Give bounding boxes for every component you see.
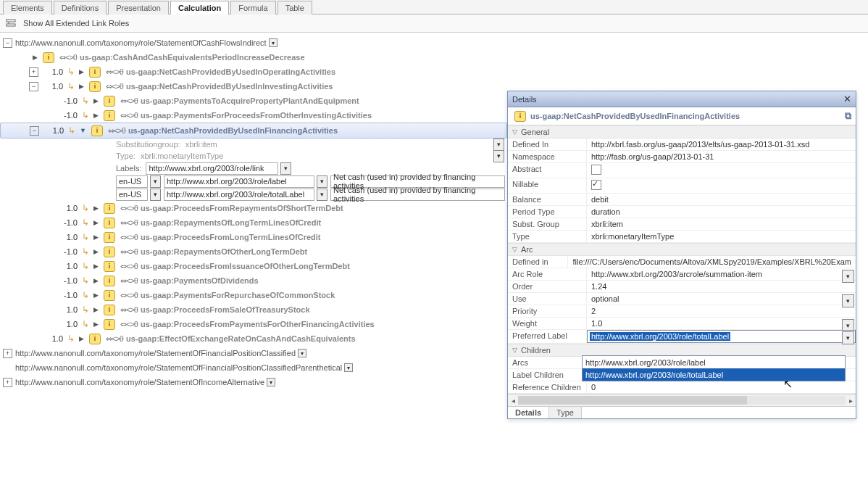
info-icon[interactable]: i: [89, 334, 101, 344]
expand-icon[interactable]: +: [29, 67, 38, 77]
panel-titlebar[interactable]: Details ✕: [508, 91, 856, 107]
info-icon[interactable]: i: [89, 67, 101, 78]
scroll-left-icon[interactable]: ◂: [508, 397, 518, 405]
tree-row[interactable]: 1.0↳▶i⇔<>θus-gaap:ProceedsFromLongTermLi…: [0, 230, 507, 244]
lang-input[interactable]: en-US: [116, 189, 148, 201]
collapse-icon[interactable]: −: [3, 38, 12, 48]
show-all-roles-button[interactable]: Show All Extended Link Roles: [23, 19, 129, 28]
expand-icon[interactable]: ▶: [93, 306, 99, 313]
tree-row[interactable]: -1.0 ↳ ▶ i ⇔<>θ us-gaap:PaymentsForProce…: [0, 108, 507, 123]
scroll-thumb[interactable]: [518, 396, 747, 405]
prop-value[interactable]: 1.0▾: [587, 318, 856, 329]
info-icon[interactable]: i: [104, 305, 115, 315]
dropdown-icon[interactable]: ▾: [317, 189, 327, 201]
tree-row[interactable]: -1.0↳▶i⇔<>θus-gaap:PaymentsOfDividends: [0, 273, 507, 288]
info-icon[interactable]: i: [91, 125, 103, 136]
expand-icon[interactable]: ▶: [93, 320, 99, 328]
info-icon[interactable]: i: [104, 247, 115, 257]
dropdown-option[interactable]: http://www.xbrl.org/2003/role/label: [583, 356, 845, 368]
scroll-right-icon[interactable]: ▸: [846, 397, 856, 405]
dropdown-icon[interactable]: ▾: [317, 175, 327, 188]
tree-row[interactable]: ▶ i ⇔<>θ us-gaap:CashAndCashEquivalentsP…: [0, 50, 507, 65]
expand-icon[interactable]: ▶: [79, 335, 84, 342]
dropdown-option-highlighted[interactable]: http://www.xbrl.org/2003/role/totalLabel: [583, 368, 845, 381]
lang-input[interactable]: en-US: [116, 175, 148, 188]
prop-value[interactable]: xbrli:item: [587, 218, 856, 230]
expand-icon[interactable]: +: [3, 349, 12, 358]
info-icon[interactable]: i: [104, 218, 115, 228]
prop-value[interactable]: [587, 178, 856, 193]
labels-uri-input[interactable]: http://www.xbrl.org/2003/role/link: [146, 162, 278, 175]
dropdown-icon[interactable]: ▾: [298, 349, 306, 357]
expand-icon[interactable]: ▶: [93, 262, 99, 270]
section-general[interactable]: ▽General: [508, 125, 856, 138]
dropdown-icon[interactable]: ▾: [269, 38, 277, 47]
tree-row[interactable]: -1.0 ↳ ▶ i ⇔<>θ us-gaap:PaymentsToAcquir…: [0, 94, 507, 108]
info-icon[interactable]: i: [104, 232, 115, 243]
info-icon[interactable]: i: [104, 261, 115, 272]
prop-value[interactable]: duration: [587, 206, 856, 218]
link-roles-icon[interactable]: [4, 17, 17, 29]
expand-icon[interactable]: ▶: [93, 291, 99, 299]
tree-row[interactable]: + http://www.nanonull.com/taxonomy/role/…: [0, 375, 507, 389]
tree-row-selected[interactable]: − 1.0 ↳ ▼ i ⇔<>θ us-gaap:NetCashProvided…: [0, 123, 507, 138]
scroll-track[interactable]: [518, 396, 846, 405]
dropdown-icon[interactable]: ▾: [493, 138, 504, 151]
dropdown-icon[interactable]: ▾: [842, 331, 854, 344]
tree-row[interactable]: -1.0↳▶i⇔<>θus-gaap:PaymentsForRepurchase…: [0, 288, 507, 302]
tab-elements[interactable]: Elements: [3, 1, 52, 15]
tree-row[interactable]: -1.0↳▶i⇔<>θus-gaap:RepaymentsOfLongTermL…: [0, 215, 507, 230]
tab-table[interactable]: Table: [277, 1, 312, 15]
prop-value[interactable]: http://www.xbrl.org/2003/arcrole/summati…: [587, 268, 856, 280]
tab-formula[interactable]: Formula: [230, 1, 275, 15]
info-icon[interactable]: i: [104, 276, 115, 286]
tree-row[interactable]: 1.0 ↳ ▶ i ⇔<>θ us-gaap:EffectOfExchangeR…: [0, 331, 507, 346]
tree-row[interactable]: -1.0↳▶i⇔<>θus-gaap:RepaymentsOfOtherLong…: [0, 244, 507, 259]
panel-tab-details[interactable]: Details: [508, 407, 549, 418]
expand-icon[interactable]: ▶: [93, 248, 99, 255]
label-text-input[interactable]: Net cash (used in) provided by financing…: [330, 189, 505, 201]
close-icon[interactable]: ✕: [843, 94, 851, 104]
checkbox-checked[interactable]: [591, 180, 601, 190]
collapse-icon[interactable]: ▼: [80, 127, 86, 134]
dropdown-icon[interactable]: ▾: [150, 175, 161, 188]
prop-value[interactable]: xbrli:monetaryItemType: [587, 231, 856, 242]
tree-row[interactable]: 1.0↳▶i⇔<>θus-gaap:ProceedsFromRepayments…: [0, 201, 507, 215]
prop-value[interactable]: 1.24: [587, 281, 856, 292]
expand-icon[interactable]: ▶: [33, 54, 38, 61]
tree-row[interactable]: 1.0↳▶i⇔<>θus-gaap:ProceedsFromPaymentsFo…: [0, 317, 507, 331]
tree-row[interactable]: − http://www.nanonull.com/taxonomy/role/…: [0, 36, 507, 50]
expand-icon[interactable]: ▶: [93, 204, 99, 212]
prop-value[interactable]: optional▾: [587, 293, 856, 305]
info-icon[interactable]: i: [104, 203, 115, 214]
dropdown-icon[interactable]: ▾: [267, 378, 275, 386]
expand-icon[interactable]: ▶: [93, 277, 99, 284]
label-role-input[interactable]: http://www.xbrl.org/2003/role/label: [164, 175, 314, 188]
preferred-label-dropdown[interactable]: http://www.xbrl.org/2003/role/label http…: [582, 355, 846, 381]
tree-row[interactable]: 1.0↳▶i⇔<>θus-gaap:ProceedsFromIssuanceOf…: [0, 259, 507, 273]
info-icon[interactable]: i: [104, 110, 115, 121]
info-icon[interactable]: i: [104, 319, 115, 330]
tab-presentation[interactable]: Presentation: [108, 1, 169, 15]
expand-icon[interactable]: ▶: [79, 83, 84, 90]
panel-hscrollbar[interactable]: ◂ ▸: [508, 394, 856, 406]
info-icon[interactable]: i: [104, 96, 115, 107]
prop-value[interactable]: 2: [587, 305, 856, 317]
info-icon[interactable]: i: [104, 290, 115, 301]
dropdown-icon[interactable]: ▾: [344, 363, 353, 372]
collapse-icon[interactable]: −: [29, 82, 38, 91]
tree-row[interactable]: + 1.0 ↳ ▶ i ⇔<>θ us-gaap:NetCashProvided…: [0, 65, 507, 79]
prop-value[interactable]: debit: [587, 194, 856, 205]
label-role-input[interactable]: http://www.xbrl.org/2003/role/totalLabel: [164, 189, 314, 201]
tab-definitions[interactable]: Definitions: [54, 1, 107, 15]
tree-row[interactable]: − 1.0 ↳ ▶ i ⇔<>θ us-gaap:NetCashProvided…: [0, 79, 507, 94]
expand-icon[interactable]: +: [3, 378, 12, 387]
checkbox-unchecked[interactable]: [591, 165, 601, 175]
info-icon[interactable]: i: [43, 52, 54, 63]
info-icon[interactable]: i: [89, 81, 101, 92]
expand-icon[interactable]: ▶: [93, 219, 99, 226]
dropdown-icon[interactable]: ▾: [493, 150, 504, 162]
tree-row[interactable]: + http://www.nanonull.com/taxonomy/role/…: [0, 346, 507, 360]
expand-icon[interactable]: ▶: [79, 68, 84, 75]
expand-icon[interactable]: ▶: [93, 112, 99, 119]
